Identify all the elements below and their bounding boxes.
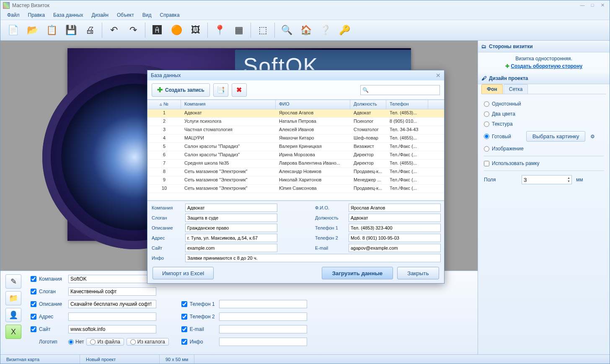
delete-record-button[interactable]: ✖ <box>232 83 247 97</box>
table-row[interactable]: 3Частная стоматологияАлексей ИвановСтома… <box>147 126 444 134</box>
undo-icon[interactable]: ↶ <box>105 22 123 38</box>
menu-view[interactable]: Вид <box>139 11 155 19</box>
load-data-button[interactable]: Загрузить данные <box>322 267 393 279</box>
create-record-button[interactable]: ✚Создать запись <box>152 83 210 97</box>
f-slogan[interactable] <box>185 214 277 222</box>
crop-icon[interactable]: ⬚ <box>253 22 272 38</box>
text-icon[interactable]: 🅰 <box>148 22 166 38</box>
menu-file[interactable]: Файл <box>4 11 23 19</box>
shape-icon[interactable]: 🟠 <box>167 22 186 38</box>
tel1-input[interactable] <box>219 300 307 308</box>
home-icon[interactable]: 🏠 <box>297 22 315 38</box>
f-site[interactable] <box>185 244 277 252</box>
desc-checkbox[interactable] <box>31 301 36 307</box>
col-num[interactable]: ▵ № <box>147 100 181 109</box>
info-checkbox[interactable] <box>181 339 187 345</box>
f-fio[interactable] <box>349 204 441 212</box>
tel1-checkbox[interactable] <box>181 301 187 307</box>
create-back-link[interactable]: Создать оборотную сторону <box>511 63 582 69</box>
new-icon[interactable]: 📄 <box>4 22 22 38</box>
dialog-close-icon[interactable]: ✕ <box>436 72 441 79</box>
right-panel: 🗂Стороны визитки Визитка односторонняя. … <box>478 41 610 354</box>
save-icon[interactable]: 💾 <box>62 22 80 38</box>
info-input[interactable] <box>219 338 307 346</box>
addr-input[interactable] <box>68 312 156 321</box>
folder-button[interactable]: 📁 <box>5 291 21 305</box>
keys-icon[interactable]: 🔑 <box>335 22 354 38</box>
edit-text-button[interactable]: ✎ <box>5 274 21 289</box>
f-email[interactable] <box>349 244 441 252</box>
col-company[interactable]: Компания <box>181 100 276 109</box>
company-input[interactable] <box>68 275 156 283</box>
f-company[interactable] <box>185 204 277 212</box>
slogan-input[interactable] <box>68 287 156 296</box>
minimize-button[interactable]: — <box>578 2 587 9</box>
f-addr[interactable] <box>185 234 277 242</box>
bg-ready-radio[interactable] <box>484 134 489 139</box>
print-icon[interactable]: 🖨 <box>81 22 99 38</box>
person-button[interactable]: 👤 <box>5 308 21 322</box>
maximize-button[interactable]: □ <box>588 2 597 9</box>
logo-catalog-radio[interactable] <box>130 339 136 345</box>
email-input[interactable] <box>219 325 307 333</box>
table-row[interactable]: 5Салон красоты "Парадиз"Валерия Криницка… <box>147 143 444 151</box>
addr-checkbox[interactable] <box>31 314 36 320</box>
table-row[interactable]: 10Сеть магазинов "Электроник"Юлия Самсон… <box>147 185 444 193</box>
menu-help[interactable]: Справка <box>156 11 183 19</box>
redo-icon[interactable]: ↷ <box>124 22 142 38</box>
company-checkbox[interactable] <box>31 276 36 282</box>
tab-background[interactable]: Фон <box>481 84 503 94</box>
desc-input[interactable] <box>68 300 156 308</box>
paste-icon[interactable]: 📋 <box>42 22 61 38</box>
open-icon[interactable]: 📂 <box>23 22 41 38</box>
table-row[interactable]: 6Салон красоты "Парадиз"Ирина МорозоваДи… <box>147 151 444 160</box>
close-dialog-button[interactable]: Закрыть <box>397 267 439 279</box>
table-row[interactable]: 9Сеть магазинов "Электроник"Николай Хари… <box>147 176 444 185</box>
excel-button[interactable]: X <box>5 325 21 339</box>
menu-database[interactable]: База данных <box>50 11 86 19</box>
table-row[interactable]: 4МАЦУРИЯмахочи КитароШеф-поварТел. (4855… <box>147 134 444 143</box>
slogan-checkbox[interactable] <box>31 289 36 294</box>
f-tel1[interactable] <box>349 224 441 232</box>
help-icon[interactable]: ❔ <box>316 22 334 38</box>
frame-checkbox[interactable] <box>484 161 489 166</box>
table-row[interactable]: 8Сеть магазинов "Электроник"Александр Но… <box>147 168 444 176</box>
choose-image-button[interactable]: Выбрать картинку <box>526 131 586 142</box>
logo-none-radio[interactable] <box>68 339 74 345</box>
f-info[interactable] <box>185 254 441 262</box>
close-button[interactable]: ✕ <box>598 2 607 9</box>
copy-record-button[interactable]: 📑 <box>213 83 228 97</box>
menu-edit[interactable]: Правка <box>25 11 49 19</box>
bg-solid-radio[interactable] <box>484 101 489 107</box>
bg-image-radio[interactable] <box>484 146 489 152</box>
import-excel-button[interactable]: Импорт из Excel <box>152 267 214 279</box>
f-desc[interactable] <box>185 224 277 232</box>
qr-icon[interactable]: ▦ <box>230 22 248 38</box>
bg-texture-radio[interactable] <box>484 121 489 127</box>
design-icon: 🖌 <box>481 75 486 81</box>
col-position[interactable]: Должность <box>350 100 386 109</box>
gear-icon[interactable]: ⚙ <box>590 134 595 139</box>
site-input[interactable] <box>68 325 156 333</box>
margins-input[interactable] <box>522 175 572 184</box>
col-tel[interactable]: Телефон <box>386 100 428 109</box>
f-pos[interactable] <box>349 214 441 222</box>
map-icon[interactable]: 📍 <box>210 22 229 38</box>
table-row[interactable]: 7Средняя школа №35Лаврова Валентина Иван… <box>147 160 444 168</box>
preview-icon[interactable]: 🔍 <box>277 22 296 38</box>
tel2-input[interactable] <box>219 312 307 321</box>
bg-two-radio[interactable] <box>484 111 489 117</box>
email-checkbox[interactable] <box>181 326 187 332</box>
table-row[interactable]: 1АдвокатЯрослав АгаповАдвокатТел. (4853)… <box>147 109 444 118</box>
dialog-search[interactable]: 🔍 <box>360 85 440 95</box>
logo-file-radio[interactable] <box>90 339 96 345</box>
menu-object[interactable]: Объект <box>114 11 137 19</box>
tab-grid[interactable]: Сетка <box>504 84 528 94</box>
f-tel2[interactable] <box>349 234 441 242</box>
tel2-checkbox[interactable] <box>181 314 187 320</box>
menu-design[interactable]: Дизайн <box>88 11 112 19</box>
image-icon[interactable]: 🖼 <box>186 22 205 38</box>
table-row[interactable]: 2Услуги психологаНаталья ПетроваПсихолог… <box>147 118 444 126</box>
site-checkbox[interactable] <box>31 326 36 332</box>
col-fio[interactable]: ФИО <box>276 100 350 109</box>
